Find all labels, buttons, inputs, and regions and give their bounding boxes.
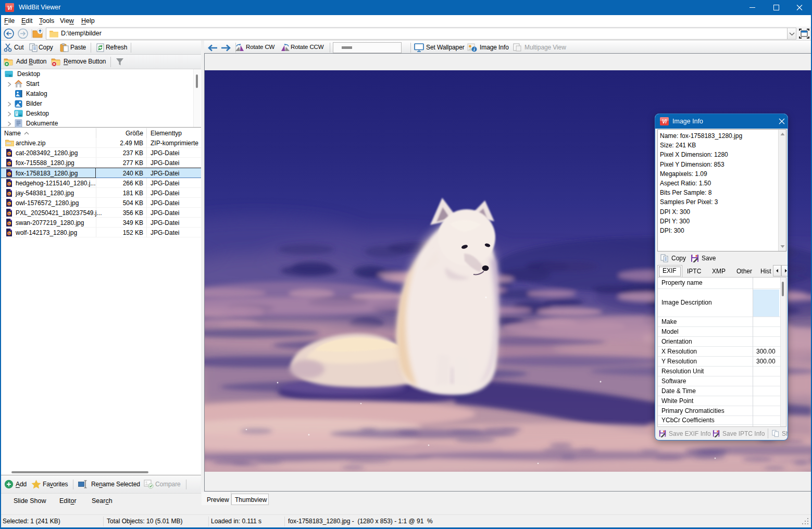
svg-text:Vi: Vi <box>7 5 12 11</box>
svg-text:Vi: Vi <box>662 119 667 124</box>
